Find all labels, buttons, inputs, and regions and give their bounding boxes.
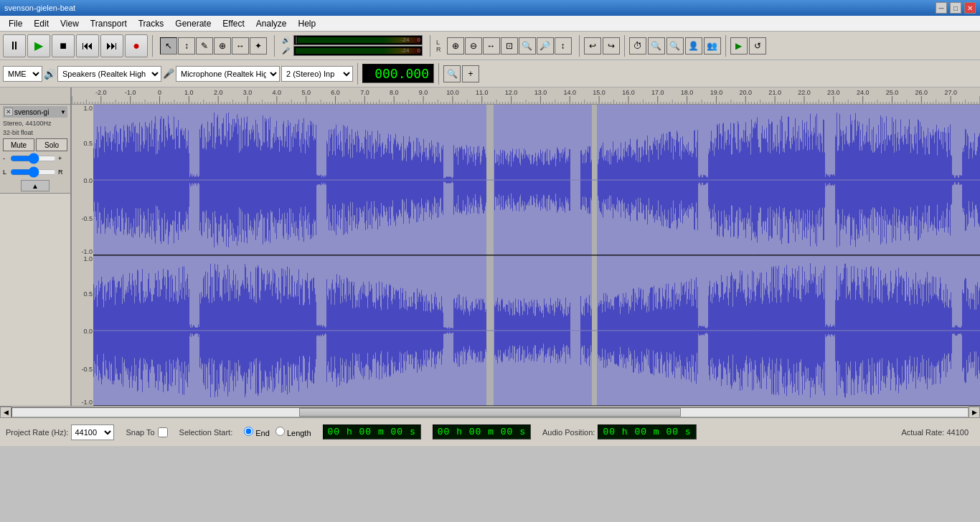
track-name: svenson-gi	[14, 108, 59, 116]
gain-slider[interactable]	[10, 153, 57, 163]
track-menu-btn[interactable]: ▼	[60, 109, 66, 115]
track-collapse-btn[interactable]: ▲	[21, 180, 50, 191]
output-device-select[interactable]: Speakers (Realtek High	[57, 66, 161, 82]
snap-group: Snap To	[126, 427, 167, 437]
menu-effect[interactable]: Effect	[217, 17, 250, 30]
mute-solo-controls: Mute Solo	[3, 138, 67, 151]
record-button[interactable]: ●	[125, 34, 148, 57]
maximize-button[interactable]: □	[950, 2, 961, 14]
horizontal-scrollbar[interactable]: ◀ ▶	[0, 406, 980, 417]
play-button[interactable]: ▶	[27, 34, 50, 57]
length-radio[interactable]	[275, 427, 285, 436]
snap-checkbox[interactable]	[158, 427, 168, 437]
toolbar1: ⏸ ▶ ■ ⏮ ⏭ ● ↖ ↕ ✎ ⊕ ↔ ✦ 🔊 -24 0 🎤	[0, 32, 980, 60]
mute-button[interactable]: Mute	[3, 138, 34, 151]
user2-tool[interactable]: 👥	[704, 37, 721, 54]
channel-select[interactable]: 2 (Stereo) Inp	[281, 66, 353, 82]
snap-label: Snap To	[126, 428, 154, 437]
stop-button[interactable]: ■	[52, 34, 75, 57]
search2-tool[interactable]: 🔍	[666, 37, 684, 54]
play-green-btn[interactable]: ▶	[730, 37, 748, 54]
host-select[interactable]: MME	[3, 66, 42, 82]
menu-edit[interactable]: Edit	[28, 17, 55, 30]
input-device-select[interactable]: Microphone (Realtek Hig	[176, 66, 280, 82]
separator2	[274, 35, 275, 57]
solo-button[interactable]: Solo	[36, 138, 67, 151]
scroll-right-btn[interactable]: ▶	[969, 407, 980, 418]
fit-tool[interactable]: ↔	[483, 37, 500, 54]
selection-tool[interactable]: ↖	[160, 37, 177, 54]
menu-analyze[interactable]: Analyze	[250, 17, 293, 30]
tool-group: ↖ ↕ ✎ ⊕ ↔ ✦	[160, 37, 267, 54]
draw-tool[interactable]: ✎	[196, 37, 213, 54]
toolbar2: MME 🔊 Speakers (Realtek High 🎤 Microphon…	[0, 60, 980, 87]
time-display: 000.000	[362, 64, 434, 83]
length-radio-label[interactable]: Length	[275, 427, 311, 437]
mic-icon: 🎤	[163, 68, 174, 79]
audio-position-group: Audio Position: 00 h 00 m 00 s	[542, 424, 697, 440]
skip-forward-button[interactable]: ⏭	[100, 34, 123, 57]
pause-button[interactable]: ⏸	[3, 34, 26, 57]
pan-slider[interactable]	[10, 167, 57, 177]
separator5	[624, 35, 625, 57]
audio-position-label: Audio Position:	[542, 428, 595, 437]
titlebar: svenson-gielen-beat ─ □ ✕	[0, 0, 980, 16]
time-start-display: 00 h 00 m 00 s	[323, 424, 421, 440]
menu-view[interactable]: View	[55, 17, 85, 30]
ruler-canvas	[72, 87, 980, 105]
speaker-icon: 🔊	[44, 68, 56, 80]
zoom-out-tool[interactable]: ⊖	[465, 37, 482, 54]
minimize-button[interactable]: ─	[936, 2, 947, 14]
menu-generate[interactable]: Generate	[169, 17, 217, 30]
separator3	[430, 35, 430, 57]
scroll-track[interactable]	[11, 407, 969, 417]
scroll-left-btn[interactable]: ◀	[0, 407, 11, 418]
search-tool[interactable]: 🔍	[648, 37, 665, 54]
end-length-group: End Length	[244, 427, 311, 437]
time-pos-display: 00 h 00 m 00 s	[598, 424, 696, 440]
end-radio[interactable]	[244, 427, 253, 436]
extra2[interactable]: 🔎	[537, 37, 554, 54]
zoom-in-tool[interactable]: ⊕	[447, 37, 464, 54]
timer-tool[interactable]: ⏱	[629, 37, 646, 54]
skip-back-button[interactable]: ⏮	[76, 34, 99, 57]
waveform-area	[72, 87, 980, 406]
track-close-btn[interactable]: ✕	[4, 108, 13, 116]
sep-t2	[357, 63, 358, 85]
loop-btn[interactable]: ↺	[749, 37, 766, 54]
zoom-tool[interactable]: ⊕	[214, 37, 231, 54]
end-radio-label[interactable]: End	[244, 427, 270, 437]
project-rate-label: Project Rate (Hz):	[6, 428, 68, 437]
snap-zoom-btn[interactable]: 🔍	[443, 65, 461, 82]
menu-transport[interactable]: Transport	[85, 17, 133, 30]
multi-tool[interactable]: ✦	[250, 37, 267, 54]
menu-file[interactable]: File	[3, 17, 28, 30]
track-panel: ✕ svenson-gi ▼ Stereo, 44100Hz 32-bit fl…	[0, 87, 72, 406]
timeline-ruler[interactable]	[72, 87, 980, 105]
user-tool[interactable]: 👤	[685, 37, 702, 54]
time-end-display: 00 h 00 m 00 s	[433, 424, 531, 440]
snap-in-btn[interactable]: +	[462, 65, 479, 82]
actual-rate: Actual Rate: 44100	[901, 428, 974, 437]
envelope-tool[interactable]: ↕	[178, 37, 195, 54]
project-rate-select[interactable]: 44100	[71, 424, 114, 440]
gain-row: - +	[3, 152, 67, 165]
extra-tools: ⊕ ⊖ ↔ ⊡ 🔍 🔎 ↕	[447, 37, 572, 54]
bottombar: Project Rate (Hz): 44100 Snap To Selecti…	[0, 417, 980, 446]
close-button[interactable]: ✕	[964, 2, 976, 14]
menubar: File Edit View Transport Tracks Generate…	[0, 16, 980, 32]
pan-row: L R	[3, 166, 67, 179]
zoom-sel-tool[interactable]: ⊡	[501, 37, 518, 54]
tracks-canvas[interactable]	[72, 105, 980, 406]
sep-t3	[438, 63, 439, 85]
window-controls: ─ □ ✕	[936, 2, 976, 14]
track-name-bar: ✕ svenson-gi ▼	[3, 106, 67, 118]
extra3[interactable]: ↕	[555, 37, 572, 54]
redo-button[interactable]: ↪	[603, 37, 620, 54]
menu-help[interactable]: Help	[293, 17, 322, 30]
timeshift-tool[interactable]: ↔	[232, 37, 249, 54]
undo-button[interactable]: ↩	[584, 37, 601, 54]
scroll-thumb[interactable]	[299, 408, 682, 417]
extra1[interactable]: 🔍	[519, 37, 536, 54]
menu-tracks[interactable]: Tracks	[133, 17, 170, 30]
